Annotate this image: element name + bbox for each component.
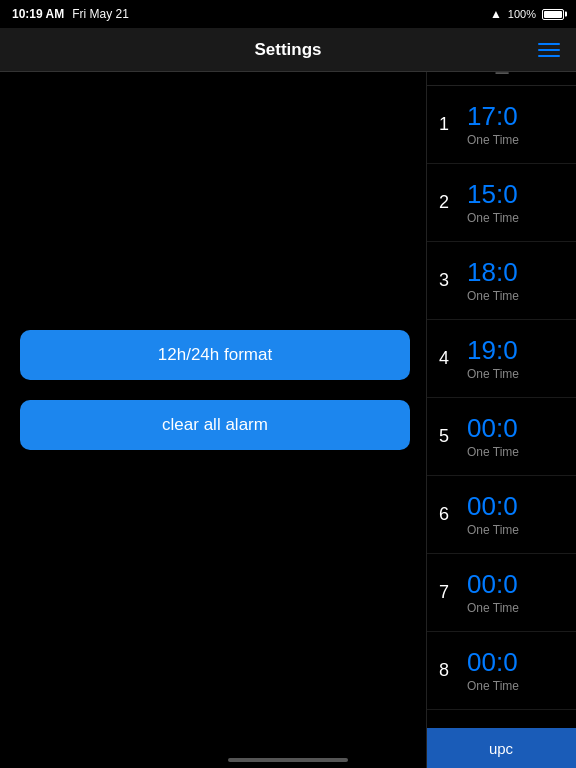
alarm-row[interactable]: 7 00:0 One Time xyxy=(427,554,576,632)
wifi-icon: ▲ xyxy=(490,7,502,21)
alarm-time: 15:0 xyxy=(467,180,518,209)
alarm-details: 00:0 One Time xyxy=(467,414,519,459)
update-button-row[interactable]: upc xyxy=(426,728,576,768)
alarm-type: One Time xyxy=(467,367,519,381)
alarm-number: 4 xyxy=(439,348,459,369)
alarm-type: One Time xyxy=(467,679,519,693)
alarm-time: 00:0 xyxy=(467,414,518,443)
battery-percent: 100% xyxy=(508,8,536,20)
alarm-type: One Time xyxy=(467,523,519,537)
hamburger-line-2 xyxy=(538,49,560,51)
status-icons: ▲ 100% xyxy=(490,7,564,21)
alarm-type: One Time xyxy=(467,289,519,303)
alarm-details: 15:0 One Time xyxy=(467,180,519,225)
alarm-details: 17:0 One Time xyxy=(467,102,519,147)
alarm-time: 00:0 xyxy=(467,570,518,599)
alarm-number: 3 xyxy=(439,270,459,291)
alarm-time: 19:0 xyxy=(467,336,518,365)
alarm-details: 19:0 One Time xyxy=(467,336,519,381)
status-bar: 10:19 AM Fri May 21 ▲ 100% xyxy=(0,0,576,28)
alarm-time: 00:0 xyxy=(467,648,518,677)
alarm-details: 18:0 One Time xyxy=(467,258,519,303)
settings-panel: 12h/24h format clear all alarm xyxy=(0,72,430,768)
alarm-time: 00:0 xyxy=(467,492,518,521)
status-time: 10:19 AM xyxy=(12,7,64,21)
alarm-type: One Time xyxy=(467,133,519,147)
alarm-type: One Time xyxy=(467,445,519,459)
alarm-details: 00:0 One Time xyxy=(467,648,519,693)
alarm-number: 1 xyxy=(439,114,459,135)
alarm-row[interactable]: 2 15:0 One Time xyxy=(427,164,576,242)
alarm-number: 5 xyxy=(439,426,459,447)
update-button-text: upc xyxy=(489,740,513,757)
alarm-time: 17:0 xyxy=(467,102,518,131)
menu-button[interactable] xyxy=(538,43,560,57)
hamburger-line-1 xyxy=(538,43,560,45)
alarm-panel: ☰ 1 17:0 One Time 2 15:0 One Time 3 18:0… xyxy=(426,28,576,768)
alarm-row[interactable]: 4 19:0 One Time xyxy=(427,320,576,398)
alarm-time: 18:0 xyxy=(467,258,518,287)
alarm-list: 1 17:0 One Time 2 15:0 One Time 3 18:0 O… xyxy=(427,86,576,710)
alarm-row[interactable]: 5 00:0 One Time xyxy=(427,398,576,476)
alarm-number: 7 xyxy=(439,582,459,603)
home-indicator xyxy=(228,758,348,762)
clear-alarm-button[interactable]: clear all alarm xyxy=(20,400,410,450)
alarm-row[interactable]: 6 00:0 One Time xyxy=(427,476,576,554)
alarm-row[interactable]: 3 18:0 One Time xyxy=(427,242,576,320)
nav-bar: Settings xyxy=(0,28,576,72)
battery-icon xyxy=(542,9,564,20)
alarm-details: 00:0 One Time xyxy=(467,492,519,537)
alarm-row[interactable]: 8 00:0 One Time xyxy=(427,632,576,710)
alarm-number: 8 xyxy=(439,660,459,681)
alarm-row[interactable]: 1 17:0 One Time xyxy=(427,86,576,164)
alarm-type: One Time xyxy=(467,211,519,225)
alarm-number: 2 xyxy=(439,192,459,213)
nav-title: Settings xyxy=(254,40,321,60)
format-button[interactable]: 12h/24h format xyxy=(20,330,410,380)
alarm-number: 6 xyxy=(439,504,459,525)
alarm-details: 00:0 One Time xyxy=(467,570,519,615)
status-date: Fri May 21 xyxy=(72,7,129,21)
hamburger-line-3 xyxy=(538,55,560,57)
alarm-type: One Time xyxy=(467,601,519,615)
